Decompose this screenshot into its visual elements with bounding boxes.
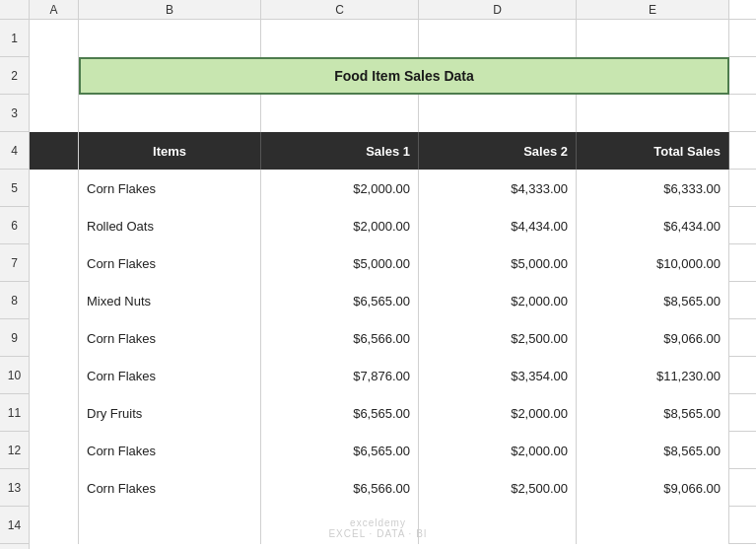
cell-a13[interactable] [30,469,79,507]
header-items: Items [79,132,261,170]
cell-d7[interactable]: $5,000.00 [419,244,577,282]
cell-d11[interactable]: $2,000.00 [419,394,577,432]
cell-e5[interactable]: $6,333.00 [577,170,729,207]
row-num-12: 12 [0,432,29,469]
cell-e13[interactable]: $9,066.00 [577,469,729,507]
grid-content: Food Item Sales Data Items Sales 1 Sales… [30,20,756,549]
cell-d8[interactable]: $2,000.00 [419,282,577,319]
row-num-6: 6 [0,207,29,244]
cell-e6[interactable]: $6,434.00 [577,207,729,244]
row-7: Corn Flakes $5,000.00 $5,000.00 $10,000.… [30,244,756,282]
cell-c13[interactable]: $6,566.00 [261,469,419,507]
header-sales2: Sales 2 [419,132,577,170]
cell-a6[interactable] [30,207,79,244]
cell-d12[interactable]: $2,000.00 [419,432,577,469]
row-num-5: 5 [0,170,29,207]
cell-b6[interactable]: Rolled Oats [79,207,261,244]
row-num-2: 2 [0,57,29,95]
cell-e12[interactable]: $8,565.00 [577,432,729,469]
cell-b9[interactable]: Corn Flakes [79,319,261,357]
cell-a14[interactable] [30,507,79,544]
row-6: Rolled Oats $2,000.00 $4,434.00 $6,434.0… [30,207,756,244]
cell-a8[interactable] [30,282,79,319]
cell-d9[interactable]: $2,500.00 [419,319,577,357]
row-num-9: 9 [0,319,29,357]
row-4-header: Items Sales 1 Sales 2 Total Sales [30,132,756,170]
corner-cell [0,0,30,19]
cell-e9[interactable]: $9,066.00 [577,319,729,357]
cell-b7[interactable]: Corn Flakes [79,244,261,282]
cell-a11[interactable] [30,394,79,432]
cell-c9[interactable]: $6,566.00 [261,319,419,357]
row-8: Mixed Nuts $6,565.00 $2,000.00 $8,565.00 [30,282,756,319]
cell-c6[interactable]: $2,000.00 [261,207,419,244]
cell-d13[interactable]: $2,500.00 [419,469,577,507]
col-header-d: D [419,0,577,19]
cell-b10[interactable]: Corn Flakes [79,357,261,394]
row-num-10: 10 [0,357,29,394]
col-header-e: E [577,0,729,19]
row-num-8: 8 [0,282,29,319]
cell-c11[interactable]: $6,565.00 [261,394,419,432]
row-13: Corn Flakes $6,566.00 $2,500.00 $9,066.0… [30,469,756,507]
cell-b5[interactable]: Corn Flakes [79,170,261,207]
cell-a10[interactable] [30,357,79,394]
cell-c12[interactable]: $6,565.00 [261,432,419,469]
cell-e1[interactable] [577,20,729,57]
row-num-14: 14 [0,507,29,544]
cell-d6[interactable]: $4,434.00 [419,207,577,244]
cell-c7[interactable]: $5,000.00 [261,244,419,282]
cell-a4[interactable] [30,132,79,170]
cell-e11[interactable]: $8,565.00 [577,394,729,432]
cell-e7[interactable]: $10,000.00 [577,244,729,282]
cell-d1[interactable] [419,20,577,57]
cell-e14[interactable] [577,507,729,544]
spreadsheet: A B C D E 1 2 3 4 5 6 7 8 9 10 11 12 13 … [0,0,756,549]
cell-b11[interactable]: Dry Fruits [79,394,261,432]
cell-c14[interactable] [261,507,419,544]
cell-c8[interactable]: $6,565.00 [261,282,419,319]
cell-d10[interactable]: $3,354.00 [419,357,577,394]
cell-a7[interactable] [30,244,79,282]
column-header-row: A B C D E [0,0,756,20]
cell-b8[interactable]: Mixed Nuts [79,282,261,319]
cell-c5[interactable]: $2,000.00 [261,170,419,207]
row-14 [30,507,756,544]
cell-b3[interactable] [79,95,261,132]
row-num-7: 7 [0,244,29,282]
cell-b14[interactable] [79,507,261,544]
cell-b12[interactable]: Corn Flakes [79,432,261,469]
row-num-4: 4 [0,132,29,170]
cell-a5[interactable] [30,170,79,207]
cell-e3[interactable] [577,95,729,132]
row-10: Corn Flakes $7,876.00 $3,354.00 $11,230.… [30,357,756,394]
row-2: Food Item Sales Data [30,57,756,95]
row-num-3: 3 [0,95,29,132]
header-total: Total Sales [577,132,729,170]
cell-a2[interactable] [30,57,79,95]
cell-a12[interactable] [30,432,79,469]
col-header-b: B [79,0,261,19]
col-header-c: C [261,0,419,19]
cell-e8[interactable]: $8,565.00 [577,282,729,319]
cell-a1[interactable] [30,20,79,57]
row-num-13: 13 [0,469,29,507]
cell-a3[interactable] [30,95,79,132]
cell-e10[interactable]: $11,230.00 [577,357,729,394]
row-5: Corn Flakes $2,000.00 $4,333.00 $6,333.0… [30,170,756,207]
grid-body: 1 2 3 4 5 6 7 8 9 10 11 12 13 14 [0,20,756,549]
row-12: Corn Flakes $6,565.00 $2,000.00 $8,565.0… [30,432,756,469]
cell-b13[interactable]: Corn Flakes [79,469,261,507]
row-11: Dry Fruits $6,565.00 $2,000.00 $8,565.00 [30,394,756,432]
row-9: Corn Flakes $6,566.00 $2,500.00 $9,066.0… [30,319,756,357]
cell-d5[interactable]: $4,333.00 [419,170,577,207]
cell-c10[interactable]: $7,876.00 [261,357,419,394]
cell-a9[interactable] [30,319,79,357]
cell-b1[interactable] [79,20,261,57]
cell-c1[interactable] [261,20,419,57]
row-numbers: 1 2 3 4 5 6 7 8 9 10 11 12 13 14 [0,20,30,549]
cell-d3[interactable] [419,95,577,132]
cell-c3[interactable] [261,95,419,132]
cell-d14[interactable] [419,507,577,544]
row-num-11: 11 [0,394,29,432]
